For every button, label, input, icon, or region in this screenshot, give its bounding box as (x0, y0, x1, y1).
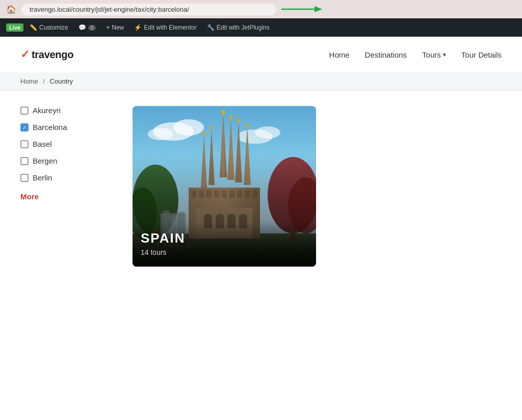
nav-tours[interactable]: Tours ▾ (422, 50, 446, 59)
filter-item-akureyri: Akureyri (20, 106, 112, 115)
card-overlay: SPAIN 14 tours (133, 222, 316, 267)
tour-card-image: SPAIN 14 tours (133, 106, 316, 267)
checkbox-barcelona[interactable] (20, 123, 29, 132)
jet-icon: 🔧 (207, 24, 215, 31)
checkbox-berlin[interactable] (20, 174, 29, 182)
filter-label-akureyri: Akureyri (33, 106, 61, 115)
live-badge[interactable]: Live (6, 23, 23, 32)
green-arrow-icon (281, 4, 322, 15)
address-bar: 🏠 (0, 0, 522, 18)
svg-marker-1 (315, 6, 322, 12)
main-content: Akureyri Barcelona Basel Bergen Berlin M… (0, 91, 522, 282)
edit-jetplugins-button[interactable]: 🔧 Edit with JetPlugins (203, 22, 274, 33)
arrow-indicator (281, 4, 322, 15)
comment-icon: 💬 (79, 24, 86, 31)
url-input[interactable] (21, 4, 276, 15)
nav-tour-details[interactable]: Tour Details (461, 50, 502, 59)
elementor-icon: ⚡ (134, 24, 142, 31)
comments-button[interactable]: 💬 0 (74, 22, 100, 33)
more-link[interactable]: More (20, 192, 39, 201)
card-tours-count: 14 tours (141, 248, 308, 256)
card-country: SPAIN (141, 230, 308, 246)
filter-item-barcelona: Barcelona (20, 123, 112, 132)
nav-home[interactable]: Home (329, 50, 350, 59)
customize-button[interactable]: ✏️ Customize (25, 22, 72, 33)
content-area: SPAIN 14 tours (133, 106, 502, 267)
tour-card-spain[interactable]: SPAIN 14 tours (133, 106, 316, 267)
site-header: ✓ travengo Home Destinations Tours ▾ Tou… (0, 37, 522, 72)
logo[interactable]: ✓ travengo (20, 48, 73, 61)
breadcrumb-current: Country (50, 77, 73, 85)
breadcrumb-separator: / (43, 77, 45, 85)
main-nav: Home Destinations Tours ▾ Tour Details (329, 50, 502, 59)
logo-text: travengo (32, 49, 73, 61)
logo-checkmark-icon: ✓ (20, 48, 30, 61)
new-button[interactable]: + New (102, 22, 128, 33)
plus-icon: + (106, 24, 110, 31)
filter-label-berlin: Berlin (33, 173, 52, 182)
breadcrumb: Home / Country (0, 72, 522, 91)
chevron-down-icon: ▾ (443, 51, 446, 58)
pencil-icon: ✏️ (30, 24, 37, 31)
edit-elementor-button[interactable]: ⚡ Edit with Elementor (130, 22, 200, 33)
filter-item-basel: Basel (20, 140, 112, 148)
filter-label-barcelona: Barcelona (33, 123, 67, 132)
filter-item-berlin: Berlin (20, 173, 112, 182)
checkbox-basel[interactable] (20, 140, 29, 148)
filter-item-bergen: Bergen (20, 156, 112, 165)
admin-bar: Live ✏️ Customize 💬 0 + New ⚡ Edit with … (0, 18, 522, 37)
breadcrumb-home-link[interactable]: Home (20, 77, 38, 85)
filter-label-basel: Basel (33, 140, 52, 148)
checkbox-bergen[interactable] (20, 157, 29, 165)
checkbox-akureyri[interactable] (20, 107, 29, 115)
filter-label-bergen: Bergen (33, 156, 57, 165)
filter-sidebar: Akureyri Barcelona Basel Bergen Berlin M… (20, 106, 112, 267)
home-icon[interactable]: 🏠 (6, 5, 16, 14)
nav-destinations[interactable]: Destinations (365, 50, 407, 59)
